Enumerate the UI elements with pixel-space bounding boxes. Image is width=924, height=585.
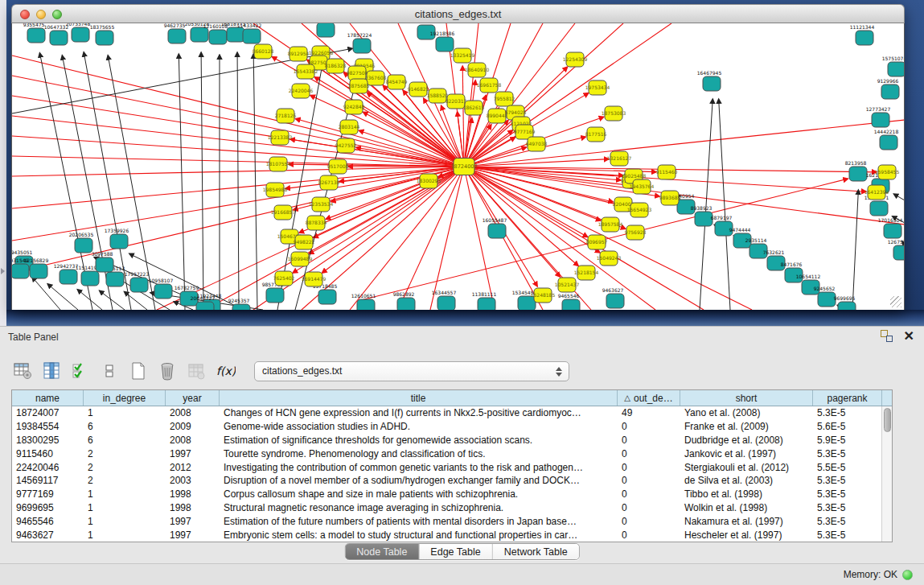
table-row[interactable]: 977716911998Corpus callosum shape and si… — [12, 488, 892, 501]
column-header-out_de[interactable]: △out_de… — [618, 390, 680, 406]
table-cell[interactable]: 2008 — [166, 435, 220, 446]
graph-node[interactable]: 15218154 — [574, 266, 599, 280]
graph-node[interactable]: 1862615 — [463, 101, 485, 115]
graph-node[interactable]: 9355475 — [23, 23, 45, 43]
graph-node[interactable]: 13325419 — [450, 48, 475, 63]
graph-node[interactable]: 9242848 — [343, 100, 365, 114]
table-cell[interactable]: 5.3E-5 — [813, 516, 882, 527]
table-cell[interactable]: 1 — [84, 529, 166, 541]
graph-node[interactable]: 8177516 — [585, 127, 607, 142]
graph-node[interactable]: 17857224 — [347, 32, 372, 53]
table-cell[interactable]: 2009 — [166, 421, 220, 432]
graph-node[interactable]: 10521437 — [555, 278, 580, 292]
table-cell[interactable]: 5.3E-5 — [813, 407, 882, 418]
table-cell[interactable]: 1998 — [166, 488, 220, 500]
table-cell[interactable]: 18300295 — [12, 435, 84, 446]
graph-node[interactable]: 15654923 — [627, 203, 652, 217]
table-cell[interactable]: 2 — [84, 475, 166, 486]
network-canvas[interactable]: 9355475106473322073374818375655946273520… — [11, 23, 905, 310]
table-vertical-scrollbar[interactable] — [881, 406, 892, 542]
table-row[interactable]: 1830029562008Estimation of significance … — [12, 434, 892, 447]
graph-node[interactable]: 18300295 — [417, 174, 441, 188]
table-cell[interactable]: Yano et al. (2008) — [680, 407, 813, 418]
graph-node[interactable]: 18957584 — [598, 217, 623, 232]
graph-node[interactable]: 15248185 — [531, 288, 556, 303]
graph-node[interactable]: 16914479 — [302, 272, 326, 286]
graph-node[interactable]: 18107554 — [266, 157, 291, 171]
network-graph[interactable]: 9355475106473322073374818375655946273520… — [12, 23, 904, 310]
table-cell[interactable]: 5.3E-5 — [813, 475, 882, 486]
graph-node[interactable]: 10654112 — [796, 274, 821, 295]
graph-node[interactable]: 8471676 — [781, 262, 803, 282]
table-cell[interactable]: 5.3E-5 — [813, 448, 882, 459]
graph-node[interactable]: 16099489 — [288, 252, 313, 266]
graph-node[interactable]: 19218586 — [430, 31, 455, 51]
graph-node[interactable]: 18375655 — [90, 24, 115, 45]
table-cell[interactable]: 5.3E-5 — [813, 488, 882, 500]
column-header-short[interactable]: short — [680, 390, 813, 406]
table-cell[interactable]: 0 — [618, 529, 680, 541]
table-cell[interactable]: Corpus callosum shape and size in male p… — [220, 488, 618, 500]
graph-node[interactable]: 18640910 — [465, 63, 490, 77]
graph-node[interactable]: 8213958 — [845, 160, 867, 181]
graph-node[interactable]: 7632621 — [763, 249, 785, 270]
table-cell[interactable]: 22420046 — [12, 462, 84, 473]
graph-node[interactable]: 17359926 — [105, 228, 129, 249]
graph-node[interactable]: 16543382 — [294, 64, 318, 79]
table-cell[interactable]: Dudbridge et al. (2008) — [680, 435, 813, 446]
table-cell[interactable]: 14569117 — [12, 475, 84, 486]
graph-node[interactable]: 16467945 — [697, 70, 722, 91]
graph-node[interactable]: 17016504 — [878, 217, 903, 238]
tab-network-table[interactable]: Network Table — [493, 544, 579, 559]
graph-node[interactable]: 19854988 — [263, 183, 288, 197]
table-cell[interactable]: 2 — [84, 462, 166, 473]
graph-node[interactable]: 16961758 — [477, 78, 502, 93]
panel-collapse-arrow-icon[interactable] — [1, 268, 5, 274]
table-cell[interactable]: 19384554 — [12, 421, 84, 432]
graph-node[interactable]: 19435764 — [630, 179, 655, 194]
table-row[interactable]: 969969511998Structural magnetic resonanc… — [12, 501, 892, 515]
table-cell[interactable]: 2008 — [166, 407, 220, 418]
graph-node[interactable]: 19166857 — [271, 205, 296, 220]
table-cell[interactable]: 1997 — [166, 516, 220, 527]
tab-edge-table[interactable]: Edge Table — [419, 544, 492, 559]
table-cell[interactable]: 0 — [618, 475, 680, 486]
table-cell[interactable]: 9699695 — [12, 502, 84, 513]
graph-node[interactable]: 15751074 — [882, 56, 904, 76]
table-cell[interactable]: 6 — [84, 435, 166, 446]
graph-node[interactable]: 8938923 — [691, 205, 713, 226]
table-row[interactable]: 1456911722003Disruption of a novel membe… — [12, 474, 892, 488]
column-header-title[interactable]: title — [220, 390, 618, 406]
table-row[interactable]: 946362711997Embryonic stem cells: a mode… — [12, 528, 892, 542]
tab-node-table[interactable]: Node Table — [345, 544, 419, 559]
graph-node[interactable]: 8912954 — [288, 47, 310, 61]
network-window-titlebar[interactable]: citations_edges.txt — [11, 4, 905, 23]
table-cell[interactable]: Nakamura et al. (1997) — [680, 516, 813, 527]
graph-node[interactable]: 9517008 — [327, 159, 349, 174]
graph-node[interactable]: 9463627 — [602, 287, 624, 308]
graph-node[interactable]: 10647332 — [44, 24, 69, 45]
table-header-row[interactable]: namein_degreeyeartitle△out_de…shortpager… — [12, 390, 892, 406]
graph-node[interactable]: 9756928 — [625, 225, 647, 240]
graph-node[interactable]: 9498222 — [294, 235, 315, 249]
table-row[interactable]: 2242004622012Investigating the contribut… — [12, 460, 892, 474]
graph-node[interactable]: 18724007 — [450, 159, 477, 175]
scrollbar-thumb[interactable] — [884, 408, 891, 432]
table-cell[interactable]: Changes of HCN gene expression and I(f) … — [220, 407, 618, 418]
table-cell[interactable]: 9465546 — [12, 516, 84, 527]
table-cell[interactable]: de Silva et al. (2003) — [680, 475, 813, 486]
table-cell[interactable]: Disruption of a novel member of a sodium… — [220, 475, 618, 486]
table-cell[interactable]: 1998 — [166, 502, 220, 513]
table-cell[interactable]: 0 — [618, 516, 680, 527]
table-row[interactable]: 1938455462009Genome-wide association stu… — [12, 420, 892, 434]
graph-node[interactable]: 11121344 — [850, 24, 875, 45]
graph-node[interactable]: 20733748 — [66, 23, 91, 42]
table-cell[interactable]: 9115460 — [12, 448, 84, 459]
table-cell[interactable]: Tourette syndrome. Phenomenology and cla… — [220, 448, 618, 459]
table-cell[interactable]: 1 — [84, 516, 166, 527]
graph-node[interactable]: 12254309 — [563, 52, 588, 67]
table-cell[interactable]: Estimation of significance thresholds fo… — [220, 435, 618, 446]
table-cell[interactable]: 1 — [84, 407, 166, 418]
graph-node[interactable]: 6497038 — [526, 137, 548, 151]
table-row[interactable]: 946554611997Estimation of the future num… — [12, 514, 892, 528]
